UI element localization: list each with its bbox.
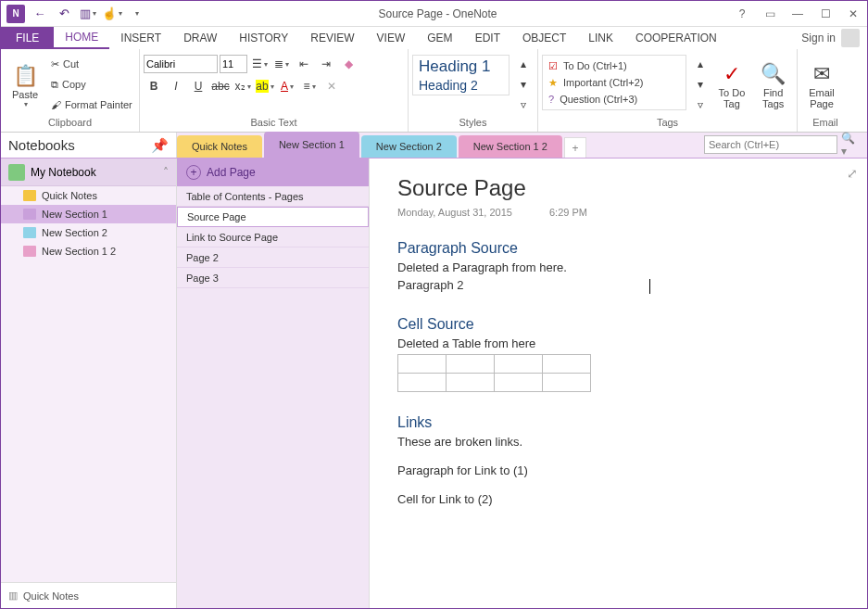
tags-expand[interactable]: ▿	[690, 95, 711, 114]
eraser-icon[interactable]: ◆	[338, 55, 359, 73]
bullets-button[interactable]: ☰▾	[249, 55, 270, 73]
tab-cooperation[interactable]: COOPERATION	[624, 27, 728, 49]
page-item[interactable]: Source Page	[177, 207, 369, 227]
quick-notes-shortcut[interactable]: ▥ Quick Notes	[1, 582, 176, 608]
section-item[interactable]: New Section 2	[1, 223, 176, 242]
body-text[interactable]: Deleted a Table from here	[397, 336, 839, 350]
body-text[interactable]: Cell for Link to (2)	[397, 492, 839, 506]
pin-icon[interactable]: 📌	[151, 137, 169, 154]
page-date[interactable]: Monday, August 31, 2015	[397, 207, 512, 218]
format-painter-button[interactable]: 🖌Format Painter	[51, 95, 132, 114]
copy-icon: ⧉	[51, 79, 58, 91]
subscript-button[interactable]: x₂▾	[233, 77, 253, 95]
underline-button[interactable]: U	[188, 77, 208, 95]
maximize-button[interactable]: ☐	[811, 4, 839, 24]
section-tab-newsection1[interactable]: New Section 1	[264, 132, 359, 158]
tab-review[interactable]: REVIEW	[299, 27, 365, 49]
tab-gem[interactable]: GEM	[416, 27, 463, 49]
styles-scroll-down[interactable]: ▾	[513, 75, 534, 94]
undo-button[interactable]: ↶	[53, 4, 75, 24]
tab-history[interactable]: HISTORY	[228, 27, 299, 49]
help-button[interactable]: ?	[728, 4, 756, 24]
heading-links[interactable]: Links	[397, 414, 839, 431]
page-title[interactable]: Source Page	[397, 175, 839, 201]
ribbon-collapse-button[interactable]: ▭	[756, 4, 784, 24]
sign-in[interactable]: Sign in	[801, 29, 867, 47]
dock-button[interactable]: ▥▾	[77, 4, 99, 24]
strikethrough-button[interactable]: abc	[210, 77, 231, 95]
add-section-button[interactable]: +	[564, 137, 586, 158]
search-dropdown-icon[interactable]: 🔍▾	[837, 132, 862, 158]
tag-important[interactable]: ★Important (Ctrl+2)	[545, 74, 684, 91]
group-label-styles: Styles	[412, 117, 534, 130]
sign-in-label: Sign in	[801, 32, 836, 44]
tags-scroll-down[interactable]: ▾	[690, 75, 711, 94]
heading-cell-source[interactable]: Cell Source	[397, 316, 839, 333]
notebook-item[interactable]: My Notebook ˄	[1, 159, 176, 186]
tab-file[interactable]: FILE	[1, 27, 54, 49]
section-tab-quicknotes[interactable]: Quick Notes	[177, 135, 262, 158]
touch-mode-button[interactable]: ☝▾	[101, 4, 123, 24]
plus-icon: +	[186, 165, 201, 180]
body-text[interactable]: Paragraph for Link to (1)	[397, 463, 839, 477]
align-button[interactable]: ≡▾	[299, 77, 320, 95]
section-tab-newsection12[interactable]: New Section 1 2	[459, 135, 562, 158]
font-size-select[interactable]	[220, 55, 247, 73]
copy-button[interactable]: ⧉Copy	[51, 75, 132, 94]
section-item[interactable]: New Section 1	[1, 205, 176, 223]
onenote-app-icon[interactable]: N	[5, 4, 27, 24]
style-heading2[interactable]: Heading 2	[419, 78, 503, 93]
cut-button[interactable]: ✂Cut	[51, 55, 132, 73]
section-item[interactable]: New Section 1 2	[1, 242, 176, 260]
page-item[interactable]: Link to Source Page	[177, 227, 369, 247]
page-content[interactable]: ⤢ Source Page Monday, August 31, 2015 6:…	[370, 159, 867, 608]
find-tags-button[interactable]: 🔍 Find Tags	[753, 55, 793, 116]
tab-draw[interactable]: DRAW	[172, 27, 228, 49]
styles-scroll-up[interactable]: ▴	[513, 55, 534, 73]
section-tab-newsection2[interactable]: New Section 2	[361, 135, 457, 158]
clear-formatting-button[interactable]: ✕	[321, 77, 342, 95]
tag-question[interactable]: ?Question (Ctrl+3)	[545, 91, 684, 108]
indent-button[interactable]: ⇥	[316, 55, 336, 73]
empty-table[interactable]	[397, 354, 591, 392]
bold-button[interactable]: B	[144, 77, 164, 95]
tab-object[interactable]: OBJECT	[511, 27, 577, 49]
todo-tag-button[interactable]: ✓ To Do Tag	[712, 55, 752, 116]
tab-view[interactable]: VIEW	[366, 27, 417, 49]
paste-button[interactable]: 📋 Paste▾	[5, 55, 45, 116]
back-button[interactable]: ←	[29, 4, 51, 24]
numbering-button[interactable]: ≣▾	[271, 55, 292, 73]
body-text[interactable]: Paragraph 2	[397, 278, 839, 294]
styles-gallery[interactable]: Heading 1 Heading 2	[412, 55, 509, 95]
expand-icon[interactable]: ⤢	[847, 166, 858, 181]
page-list: + Add Page Table of Contents - Pages Sou…	[177, 159, 370, 608]
tab-insert[interactable]: INSERT	[109, 27, 172, 49]
outdent-button[interactable]: ⇤	[294, 55, 314, 73]
tab-home[interactable]: HOME	[54, 27, 109, 49]
highlight-button[interactable]: ab▾	[255, 77, 275, 95]
heading-paragraph-source[interactable]: Paragraph Source	[397, 240, 839, 257]
styles-expand[interactable]: ▿	[513, 95, 534, 114]
body-text[interactable]: These are broken links.	[397, 435, 839, 449]
search-input[interactable]	[704, 135, 837, 154]
email-page-button[interactable]: ✉ Email Page	[801, 55, 842, 116]
page-item[interactable]: Table of Contents - Pages	[177, 186, 369, 207]
page-time[interactable]: 6:29 PM	[549, 207, 587, 218]
tag-todo[interactable]: ☑To Do (Ctrl+1)	[545, 57, 684, 74]
page-item[interactable]: Page 2	[177, 247, 369, 268]
italic-button[interactable]: I	[166, 77, 186, 95]
add-page-button[interactable]: + Add Page	[177, 159, 369, 186]
minimize-button[interactable]: —	[784, 4, 811, 24]
tags-scroll-up[interactable]: ▴	[690, 55, 711, 73]
font-color-button[interactable]: A▾	[277, 77, 297, 95]
tags-gallery[interactable]: ☑To Do (Ctrl+1) ★Important (Ctrl+2) ?Que…	[542, 55, 686, 110]
tab-link[interactable]: LINK	[577, 27, 624, 49]
section-item[interactable]: Quick Notes	[1, 186, 176, 205]
close-button[interactable]: ✕	[839, 4, 867, 24]
tab-edit[interactable]: EDIT	[464, 27, 511, 49]
body-text[interactable]: Deleted a Paragraph from here.	[397, 260, 839, 274]
style-heading1[interactable]: Heading 1	[419, 57, 503, 76]
qat-customize-button[interactable]: ▾	[125, 4, 147, 24]
font-family-select[interactable]	[144, 55, 218, 73]
page-item[interactable]: Page 3	[177, 268, 369, 288]
